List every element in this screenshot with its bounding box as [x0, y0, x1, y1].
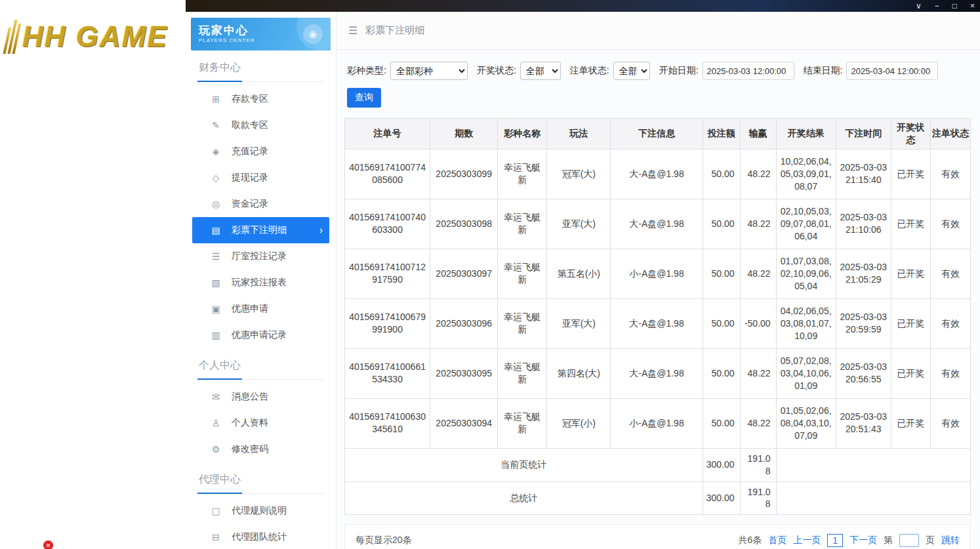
column-header: 彩种名称 — [498, 119, 547, 150]
table-cell: 50.00 — [703, 298, 740, 348]
per-page-label: 每页显示20条 — [356, 535, 412, 546]
table-cell: 48.22 — [740, 249, 776, 298]
agent-team-stats-icon: ⊟ — [209, 532, 222, 542]
sidebar-item-agent-rules[interactable]: ▢代理规则说明 — [192, 498, 329, 524]
bet-status-select[interactable]: 全部 — [613, 62, 650, 80]
table-cell: 401569174100740603300 — [345, 199, 430, 249]
content-topbar: ☰ 彩票下注明细 — [337, 12, 980, 50]
sidebar-item-agent-team-stats[interactable]: ⊟代理团队统计 — [192, 524, 329, 549]
end-date-input[interactable] — [846, 62, 938, 80]
sidebar-item-deposit-zone[interactable]: ⊞存款专区 — [192, 86, 329, 112]
sidebar-item-promo-application-records[interactable]: ▥优惠申请记录 — [192, 322, 329, 348]
column-header: 注单号 — [345, 119, 430, 150]
draw-status-select[interactable]: 全部 — [520, 62, 561, 80]
table-cell: 20250303095 — [430, 348, 498, 398]
hamburger-icon[interactable]: ☰ — [348, 24, 357, 37]
app-window: ∨ − □ × 玩家中心 PLAYERS CENTER ◉ 财务中心⊞存款专区✎… — [186, 0, 980, 549]
table-cell: 01,05,02,06,08,04,03,10,07,09 — [776, 398, 836, 448]
next-page-link[interactable]: 下一页 — [849, 535, 877, 546]
sidebar-item-withdraw-zone[interactable]: ✎取款专区 — [192, 112, 329, 138]
table-header-row: 注单号期数彩种名称玩法下注信息投注额输赢开奖结果下注时间开奖状态注单状态 — [345, 119, 971, 150]
error-close-icon[interactable]: ✕ — [43, 540, 53, 549]
column-header: 下注时间 — [836, 119, 891, 150]
table-cell: 20250303098 — [430, 199, 498, 249]
column-header: 投注额 — [703, 119, 740, 150]
column-header: 开奖结果 — [776, 119, 836, 150]
column-header: 玩法 — [547, 119, 611, 150]
sidebar-item-promo-application[interactable]: ▣优惠申请 — [192, 296, 329, 322]
table-cell: 10,02,06,04,05,03,09,01,08,07 — [776, 149, 836, 199]
sidebar-item-change-password[interactable]: ⚙修改密码 — [192, 436, 329, 462]
table-cell: 小-A盘@1.98 — [611, 398, 703, 448]
table-cell: 小-A盘@1.98 — [611, 249, 703, 298]
sidebar-item-messages[interactable]: ✉消息公告 — [192, 384, 329, 410]
players-center-header: 玩家中心 PLAYERS CENTER ◉ — [191, 18, 331, 51]
sidebar-item-label: 代理团队统计 — [232, 531, 323, 543]
gamepad-icon: ◉ — [303, 24, 323, 44]
start-date-input[interactable] — [703, 62, 794, 80]
summary-row: 当前页统计300.00191.08 — [345, 448, 971, 481]
sidebar-item-lottery-bet-details[interactable]: ▤彩票下注明细› — [192, 217, 329, 243]
total-count-label: 共6条 — [738, 535, 762, 546]
summary-winloss-total: 191.08 — [740, 481, 776, 515]
sidebar-item-recharge-records[interactable]: ◈充值记录 — [192, 138, 329, 165]
table-cell: 20250303094 — [430, 398, 498, 448]
table-cell: 第五名(小) — [547, 249, 611, 298]
table-cell: 401569174100679991900 — [345, 298, 430, 348]
sidebar-item-label: 资金记录 — [232, 198, 323, 210]
table-cell: 已开奖 — [891, 348, 930, 398]
table-cell: 20250303096 — [430, 298, 498, 348]
sidebar-item-profile[interactable]: ♙个人资料 — [192, 410, 329, 436]
table-cell: 冠军(大) — [547, 149, 611, 199]
menu-group: ⊞存款专区✎取款专区◈充值记录◇提现记录◎资金记录▤彩票下注明细›☰厅室投注记录… — [186, 82, 336, 348]
sidebar-item-withdrawal-records[interactable]: ◇提现记录 — [192, 165, 329, 191]
sidebar-item-player-bet-report[interactable]: ▧玩家投注报表 — [192, 270, 329, 296]
table-cell: 401569174100630345610 — [345, 398, 430, 448]
query-button[interactable]: 查询 — [347, 88, 381, 108]
profile-icon: ♙ — [209, 418, 222, 428]
table-cell: 50.00 — [703, 398, 740, 448]
table-cell: 401569174100774085600 — [345, 149, 430, 199]
funds-records-icon: ◎ — [209, 199, 222, 209]
sidebar-item-funds-records[interactable]: ◎资金记录 — [192, 191, 329, 217]
table-cell: 401569174100712917590 — [345, 249, 430, 298]
bet-status-label: 注单状态: — [570, 65, 609, 77]
page-jump-input[interactable] — [899, 534, 919, 547]
table-cell: 50.00 — [703, 348, 740, 398]
page-title: 彩票下注明细 — [365, 24, 424, 37]
table-cell: 亚军(大) — [547, 199, 611, 249]
table-cell: 2025-03-03 21:10:06 — [836, 199, 891, 249]
first-page-link[interactable]: 首页 — [768, 535, 786, 546]
table-cell: 亚军(大) — [547, 298, 611, 348]
table-row: 40156917410077408560020250303099幸运飞艇新冠军(… — [345, 149, 971, 199]
table-cell: 幸运飞艇新 — [498, 149, 547, 199]
withdrawal-records-icon: ◇ — [209, 173, 222, 183]
lottery-type-select[interactable]: 全部彩种 — [390, 62, 468, 80]
sidebar-item-label: 消息公告 — [232, 391, 323, 403]
column-header: 输赢 — [740, 119, 776, 150]
titlebar-dropdown-icon[interactable]: ∨ — [916, 1, 922, 11]
sidebar-item-label: 优惠申请记录 — [232, 329, 323, 341]
sidebar-item-hall-bet-records[interactable]: ☰厅室投注记录 — [192, 243, 329, 270]
table-cell: 幸运飞艇新 — [498, 199, 547, 249]
minimize-button[interactable]: − — [935, 1, 939, 11]
table-cell: 20250303099 — [430, 149, 498, 199]
table-cell: 20250303097 — [430, 249, 498, 298]
column-header: 开奖状态 — [891, 119, 930, 150]
sidebar-item-label: 玩家投注报表 — [232, 277, 323, 289]
table-cell: 有效 — [930, 199, 970, 249]
prev-page-link[interactable]: 上一页 — [793, 535, 821, 546]
section-title: 财务中心 — [197, 61, 324, 82]
table-cell: 48.22 — [740, 398, 776, 448]
maximize-button[interactable]: □ — [952, 1, 957, 11]
table-row: 40156917410071291759020250303097幸运飞艇新第五名… — [345, 249, 971, 298]
bets-table: 注单号期数彩种名称玩法下注信息投注额输赢开奖结果下注时间开奖状态注单状态 401… — [344, 118, 971, 515]
jump-link[interactable]: 跳转 — [941, 535, 960, 546]
table-cell: 第四名(大) — [547, 348, 611, 398]
current-page-indicator[interactable]: 1 — [827, 534, 843, 547]
summary-bet-total: 300.00 — [703, 481, 740, 515]
sidebar-item-label: 彩票下注明细 — [232, 224, 319, 236]
chevron-right-icon: › — [319, 224, 323, 236]
table-cell: 50.00 — [703, 249, 740, 298]
close-button[interactable]: × — [970, 1, 975, 11]
